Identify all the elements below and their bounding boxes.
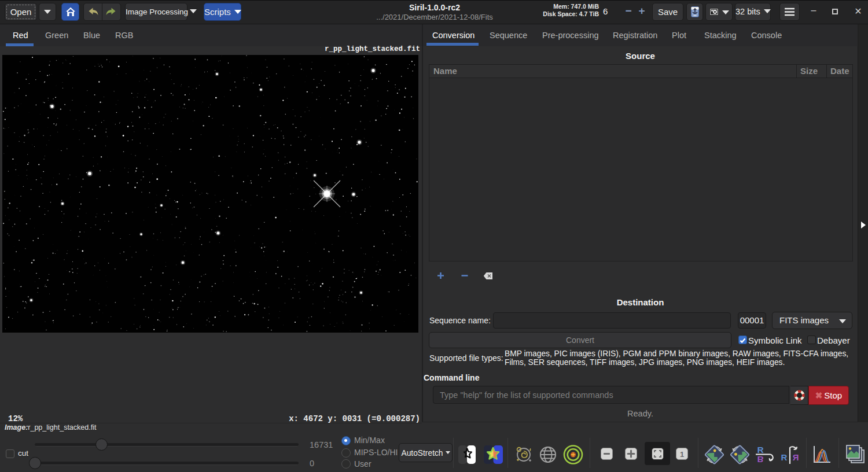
svg-text:R: R [757, 445, 763, 455]
svg-text:B: B [757, 455, 763, 464]
svg-text:R: R [792, 452, 799, 462]
svg-text:1: 1 [680, 450, 684, 459]
svg-text:R: R [781, 452, 788, 462]
